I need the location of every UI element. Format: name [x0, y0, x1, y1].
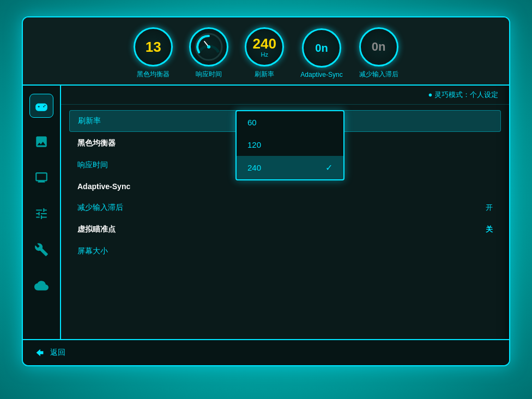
svg-point-2 — [207, 45, 210, 49]
menu-item-screen-size[interactable]: 屏幕大小 — [69, 241, 501, 262]
gauge-adaptive-sync: 0n — [302, 28, 341, 68]
dropdown-panel: 60 120 240 ✓ — [235, 110, 344, 180]
bottom-bar: 返回 — [23, 339, 509, 365]
sidebar-icon-gamepad[interactable] — [29, 94, 53, 118]
sidebar-icon-image[interactable] — [29, 130, 53, 154]
menu-label-screen-size: 屏幕大小 — [77, 246, 108, 256]
val-black-equalizer: 13 — [146, 40, 161, 54]
dropdown-label-60: 60 — [247, 118, 257, 127]
status-item-black-equalizer: 13 黑色均衡器 — [134, 27, 173, 79]
gauge-black-equalizer: 13 — [134, 27, 173, 66]
dropdown-item-240[interactable]: 240 ✓ — [237, 156, 343, 179]
val-adaptive-sync: 0n — [315, 43, 328, 53]
status-item-response-time: 响应时间 — [189, 27, 228, 79]
gauge-response-time — [189, 27, 228, 66]
menu-label-virtual-aim: 虚拟瞄准点 — [77, 225, 116, 234]
dropdown-item-120[interactable]: 120 — [237, 134, 343, 156]
sidebar-icon-display[interactable] — [29, 166, 53, 190]
menu-value-virtual-aim: 关 — [486, 225, 493, 234]
menu-label-response-time: 响应时间 — [77, 160, 108, 170]
sliders-icon — [34, 207, 49, 221]
label-refresh-rate: 刷新率 — [255, 70, 274, 79]
menu-area: 刷新率 黑色均衡器 响应时间 Adaptive-Sync 减少输入滞后 开 — [61, 105, 509, 267]
unit-refresh-rate: Hz — [261, 51, 268, 58]
label-adaptive-sync: Adaptive-Sync — [300, 71, 342, 78]
sidebar-icon-cloud[interactable] — [29, 274, 53, 298]
smart-mode-bar: 灵巧模式：个人设定 — [61, 86, 509, 105]
menu-label-adaptive-sync: Adaptive-Sync — [77, 182, 130, 191]
sidebar-icon-tools[interactable] — [29, 238, 53, 262]
menu-item-input-lag-reduce[interactable]: 减少输入滞后 开 — [69, 197, 501, 218]
status-item-input-lag: 0n 减少输入滞后 — [359, 27, 398, 79]
image-icon — [34, 135, 49, 149]
label-response-time: 响应时间 — [196, 70, 222, 79]
sidebar-icon-sliders[interactable] — [29, 202, 53, 226]
status-item-refresh-rate: 240 Hz 刷新率 — [245, 27, 284, 79]
val-input-lag: 0n — [372, 40, 386, 54]
dropdown-label-240: 240 — [247, 163, 261, 172]
val-refresh-rate: 240 — [253, 37, 276, 51]
check-icon: ✓ — [325, 162, 332, 173]
cloud-icon — [34, 279, 49, 293]
tools-icon — [34, 243, 49, 257]
menu-item-virtual-aim[interactable]: 虚拟瞄准点 关 — [69, 219, 501, 240]
gamepad-icon — [34, 99, 49, 113]
content-area: 灵巧模式：个人设定 刷新率 黑色均衡器 响应时间 Adaptive-Sync — [61, 86, 509, 360]
menu-value-input-lag-reduce: 开 — [486, 203, 493, 213]
monitor-frame: 13 黑色均衡器 响应时间 240 Hz 刷新率 — [22, 16, 510, 366]
smart-mode-label: 灵巧模式：个人设定 — [428, 90, 498, 100]
status-bar: 13 黑色均衡器 响应时间 240 Hz 刷新率 — [23, 17, 509, 86]
dropdown-label-120: 120 — [247, 140, 261, 149]
display-icon — [34, 171, 49, 185]
speedometer-svg — [194, 32, 224, 62]
back-icon — [34, 347, 46, 359]
menu-label-black-equalizer: 黑色均衡器 — [77, 138, 116, 148]
svg-marker-3 — [37, 349, 44, 356]
dropdown-item-60[interactable]: 60 — [237, 111, 343, 134]
sidebar — [23, 86, 61, 360]
label-input-lag: 减少输入滞后 — [359, 70, 398, 79]
main-content: 灵巧模式：个人设定 刷新率 黑色均衡器 响应时间 Adaptive-Sync — [23, 86, 509, 360]
status-item-adaptive-sync: 0n Adaptive-Sync — [300, 28, 342, 78]
menu-label-refresh-rate: 刷新率 — [78, 116, 101, 126]
back-label: 返回 — [50, 348, 65, 358]
gauge-refresh-rate: 240 Hz — [245, 27, 284, 66]
back-button[interactable]: 返回 — [34, 347, 65, 359]
label-black-equalizer: 黑色均衡器 — [137, 70, 170, 79]
gauge-input-lag: 0n — [359, 27, 398, 66]
menu-label-input-lag-reduce: 减少输入滞后 — [77, 203, 123, 213]
